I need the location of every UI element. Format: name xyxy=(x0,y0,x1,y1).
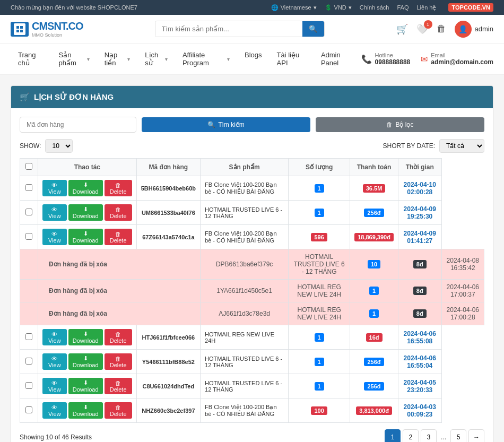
row-product: HOTMAIL TRUSTED LIVE 6 - 12 THÁNG xyxy=(289,249,350,280)
orders-table: Thao tác Mã đơn hàng Sản phẩm Số lượng T… xyxy=(20,158,484,423)
delete-btn-8[interactable]: 🗑 Delete xyxy=(105,378,132,394)
row-actions: 👁 View ⬇ Download 🗑 Delete xyxy=(38,325,137,350)
delete-btn-1[interactable]: 🗑 Delete xyxy=(105,204,132,221)
row-checkbox[interactable] xyxy=(20,176,38,201)
view-btn-6[interactable]: 👁 View xyxy=(42,329,67,345)
nav-lich-su[interactable]: Lịch sử ▾ xyxy=(137,44,175,74)
row-actions: 👁 View ⬇ Download 🗑 Delete xyxy=(38,374,137,398)
order-id-filter[interactable] xyxy=(20,117,136,133)
lien-he-link[interactable]: Liên hệ xyxy=(416,4,436,11)
row-check-2[interactable] xyxy=(25,233,32,240)
row-check-8[interactable] xyxy=(25,382,32,389)
view-btn-8[interactable]: 👁 View xyxy=(42,378,67,394)
row-check-0[interactable] xyxy=(25,184,32,191)
row-time: 2024-04-08 16:35:42 xyxy=(441,249,484,280)
nav-links: Trang chủ Sản phẩm ▾ Nạp tiền ▾ Lịch sử … xyxy=(11,44,361,74)
delete-btn-9[interactable]: 🗑 Delete xyxy=(105,402,132,419)
table-row: 👁 View ⬇ Download 🗑 Delete 67Z66143a5740… xyxy=(20,225,484,249)
nav-san-pham[interactable]: Sản phẩm ▾ xyxy=(51,44,97,74)
row-check-9[interactable] xyxy=(25,406,32,413)
table-row: 👁 View ⬇ Download 🗑 Delete NHZ660c3bc2ef… xyxy=(20,398,484,423)
deleted-label: Đơn hàng đã bị xóa xyxy=(38,280,201,302)
nav-admin-panel[interactable]: Admin Panel xyxy=(314,44,361,74)
row-checkbox[interactable] xyxy=(20,374,38,398)
page-2-btn[interactable]: 2 xyxy=(403,429,419,442)
sort-right: SHORT BY DATE: Tất cả Mới nhất Cũ nhất xyxy=(383,139,484,153)
row-time: 2024-04-09 19:25:30 xyxy=(398,201,441,225)
nav-contact: 📞 Hotline 0988888888 ✉ Email admin@domai… xyxy=(361,52,493,66)
search-icon: 🔍 xyxy=(207,121,215,128)
nav-trang-chu[interactable]: Trang chủ xyxy=(11,44,51,74)
download-btn-9[interactable]: ⬇ Download xyxy=(68,402,103,419)
row-order-id: NHZ660c3bc2ef397 xyxy=(136,398,200,423)
search-btn[interactable]: 🔍 Tìm kiếm xyxy=(142,117,310,132)
row-time: 2024-04-10 02:00:28 xyxy=(398,176,441,201)
email-icon: ✉ xyxy=(421,54,428,64)
row-qty: 10 xyxy=(350,249,398,280)
nav-email: ✉ Email admin@domain.com xyxy=(421,52,493,66)
row-checkbox[interactable] xyxy=(20,225,38,249)
nav-tai-lieu-api[interactable]: Tài liệu API xyxy=(270,44,314,74)
delete-btn-2[interactable]: 🗑 Delete xyxy=(105,229,132,245)
row-checkbox[interactable] xyxy=(20,201,38,225)
row-check-7[interactable] xyxy=(25,358,32,365)
download-btn-2[interactable]: ⬇ Download xyxy=(68,229,103,245)
download-btn-8[interactable]: ⬇ Download xyxy=(68,378,103,394)
header-icons: 🛒 🤍 1 🗑 👤 admin xyxy=(396,21,493,38)
order-header: 🛒 LỊCH SỬ ĐƠN HÀNG xyxy=(11,86,493,108)
pagination: 1 2 3 ... 5 → xyxy=(385,429,484,442)
clear-btn[interactable]: 🗑 Bộ lọc xyxy=(316,117,484,132)
admin-menu[interactable]: 👤 admin xyxy=(455,21,493,38)
logo-sub: MMO Solution xyxy=(32,32,83,38)
nav-nap-tien[interactable]: Nạp tiền ▾ xyxy=(97,44,138,74)
row-order-id: HTJ661f1fbfcee066 xyxy=(136,325,200,350)
page-next-btn[interactable]: → xyxy=(468,429,484,442)
row-actions: 👁 View ⬇ Download 🗑 Delete xyxy=(38,398,137,423)
row-actions: 👁 View ⬇ Download 🗑 Delete xyxy=(38,225,137,249)
admin-label: admin xyxy=(475,25,493,33)
row-checkbox[interactable] xyxy=(20,350,38,374)
page-5-btn[interactable]: 5 xyxy=(450,429,466,442)
download-btn-6[interactable]: ⬇ Download xyxy=(68,329,103,345)
faq-link[interactable]: FAQ xyxy=(397,4,409,11)
row-checkbox xyxy=(20,249,38,280)
row-check-1[interactable] xyxy=(25,209,32,215)
notifications-button[interactable]: 🗑 xyxy=(437,23,446,34)
view-btn-7[interactable]: 👁 View xyxy=(42,353,67,370)
delete-btn-7[interactable]: 🗑 Delete xyxy=(105,353,132,370)
checkbox-header xyxy=(20,159,38,176)
currency-selector[interactable]: 💲 VND ▾ xyxy=(325,4,352,11)
row-qty: 1 xyxy=(350,280,398,302)
chinh-sach-link[interactable]: Chính sách xyxy=(360,4,389,11)
page-1-btn[interactable]: 1 xyxy=(385,429,401,442)
row-product: HOTMAIL REG NEW LIVE 24H xyxy=(289,302,350,325)
view-btn-9[interactable]: 👁 View xyxy=(42,402,67,419)
sort-select[interactable]: Tất cả Mới nhất Cũ nhất xyxy=(439,139,484,153)
row-check-6[interactable] xyxy=(25,333,32,340)
show-select[interactable]: 10 25 50 xyxy=(45,139,73,153)
row-time: 2024-04-05 23:20:33 xyxy=(398,374,441,398)
view-btn-0[interactable]: 👁 View xyxy=(42,180,67,196)
select-all-checkbox[interactable] xyxy=(25,163,32,170)
row-checkbox[interactable] xyxy=(20,325,38,350)
cart-button[interactable]: 🛒 xyxy=(396,23,408,35)
cart-header-icon: 🛒 xyxy=(20,92,30,102)
search-input[interactable] xyxy=(155,21,302,37)
search-button[interactable]: 🔍 xyxy=(302,21,324,37)
view-btn-2[interactable]: 👁 View xyxy=(42,229,67,245)
row-qty: 1 xyxy=(289,374,350,398)
download-btn-0[interactable]: ⬇ Download xyxy=(68,180,103,196)
search-bar: 🔍 xyxy=(155,21,325,37)
nav-blogs[interactable]: Blogs xyxy=(237,44,270,66)
row-checkbox[interactable] xyxy=(20,398,38,423)
language-selector[interactable]: 🌐 Vietnamese ▾ xyxy=(271,4,317,11)
wishlist-button[interactable]: 🤍 1 xyxy=(416,23,428,35)
delete-btn-0[interactable]: 🗑 Delete xyxy=(105,180,132,196)
download-btn-1[interactable]: ⬇ Download xyxy=(68,204,103,221)
page-3-btn[interactable]: 3 xyxy=(421,429,437,442)
row-checkbox xyxy=(20,302,38,325)
view-btn-1[interactable]: 👁 View xyxy=(42,204,67,221)
nav-affiliate[interactable]: Affiliate Program ▾ xyxy=(175,44,237,74)
download-btn-7[interactable]: ⬇ Download xyxy=(68,353,103,370)
delete-btn-6[interactable]: 🗑 Delete xyxy=(105,329,132,345)
